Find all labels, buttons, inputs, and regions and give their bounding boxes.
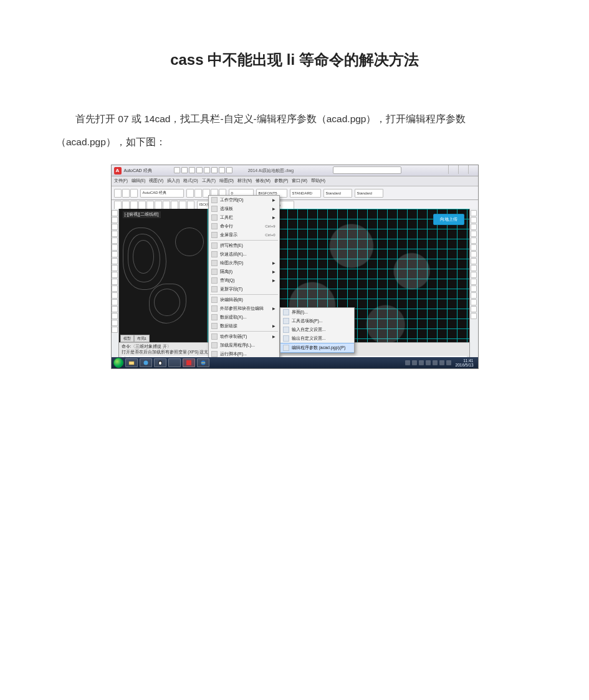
menu-item-label: 块编辑器(B) [220, 297, 243, 303]
svg-point-3 [159, 362, 161, 365]
menu-item-icon [211, 197, 218, 203]
taskbar-app-misc[interactable] [168, 358, 181, 367]
menu-item-label: 运行脚本(R)... [220, 351, 247, 357]
tools-menu-dropdown[interactable]: 工作空间(O)▶选项板▶工具栏▶命令行Ctrl+9全屏显示Ctrl+0拼写检查(… [208, 195, 280, 369]
svg-rect-0 [129, 362, 134, 365]
tray-icon[interactable] [433, 360, 438, 365]
menu-item[interactable]: 工具栏▶ [209, 213, 279, 222]
window-titlebar: A AutoCAD 经典 2014 AI原始地貌图.dwg [112, 165, 478, 176]
system-tray[interactable] [405, 360, 451, 365]
std-dropdown-1[interactable]: Standard [323, 189, 352, 198]
tray-icon[interactable] [419, 360, 424, 365]
submenu-item-icon [283, 345, 289, 351]
viewport-label: [-][俯视][二维线框] [123, 211, 161, 218]
autocad-logo-icon: A [114, 167, 122, 175]
menu-item-icon [211, 206, 218, 212]
submenu-item-icon [283, 335, 289, 342]
tray-icon[interactable] [412, 360, 417, 365]
menu-item-label: 快速选择(K)... [220, 251, 247, 257]
menu-item[interactable]: 数据提取(X)... [209, 313, 279, 322]
submenu-item-label: 编辑程序参数 (acad.pgp)(P) [292, 345, 346, 351]
menu-item-label: 全屏显示 [220, 232, 237, 238]
menu-item[interactable]: 命令行Ctrl+9 [209, 222, 279, 231]
svg-rect-4 [186, 360, 191, 365]
taskbar-app-explorer[interactable] [125, 358, 138, 367]
submenu-item-label: 输入自定义设置... [292, 327, 326, 333]
taskbar-app-ie[interactable] [197, 358, 209, 367]
menu-item[interactable]: 更新字段(T) [209, 285, 279, 294]
menu-item-icon [211, 297, 218, 303]
menu-item-label: 动作录制器(T) [220, 333, 247, 340]
submenu-item[interactable]: 输出自定义设置... [280, 334, 354, 343]
menu-item[interactable]: 外部参照和块在位编辑▶ [209, 304, 279, 313]
menu-item-icon [211, 351, 218, 357]
menu-item-icon [211, 277, 218, 284]
tray-icon[interactable] [446, 360, 451, 365]
cloud-upload-badge[interactable]: 向地上传 [433, 214, 464, 225]
submenu-item-label: 工具选项板(P)... [292, 318, 323, 324]
window-controls[interactable] [448, 165, 478, 174]
submenu-item[interactable]: 输入自定义设置... [280, 325, 354, 334]
tray-icon[interactable] [405, 360, 410, 365]
article-paragraph: 首先打开 07 或 14cad，找工具栏-自定义-编辑程序参数（acad.pgp… [56, 107, 533, 153]
menu-item[interactable]: 数据链接▶ [209, 322, 279, 330]
menu-item-icon [211, 251, 218, 257]
submenu-item-icon [283, 327, 289, 333]
submenu-item-label: 界面(I)... [292, 309, 308, 315]
quick-access-toolbar[interactable] [174, 167, 232, 175]
customize-submenu[interactable]: 界面(I)...工具选项板(P)...输入自定义设置...输出自定义设置...编… [280, 307, 355, 353]
submenu-item-label: 输出自定义设置... [292, 335, 326, 342]
tray-icon[interactable] [426, 360, 431, 365]
taskbar-app-qq[interactable] [154, 358, 166, 367]
menu-item[interactable]: 拼写检查(E) [209, 241, 279, 250]
std-dropdown-2[interactable]: Standard [355, 189, 383, 198]
tray-icon[interactable] [439, 360, 444, 365]
model-tab[interactable]: 模型 [120, 335, 134, 342]
left-tool-palette[interactable] [112, 209, 119, 357]
main-menubar[interactable]: 文件(F)编辑(E)视图(V)插入(I)格式(O)工具(T)绘图(D)标注(N)… [112, 176, 478, 186]
submenu-item-icon [283, 318, 289, 324]
standard-toolbar[interactable]: AutoCAD 经典 0 BIGFONT5 STANDARD Standard … [112, 186, 478, 200]
submenu-item-icon [283, 309, 289, 315]
menu-item-label: 工具栏 [220, 214, 233, 221]
layout-tab[interactable]: 布局1 [134, 335, 150, 342]
start-button[interactable] [113, 358, 123, 368]
menu-item[interactable]: 绘图次序(D)▶ [209, 259, 279, 267]
menu-item-label: 拼写检查(E) [220, 242, 243, 249]
menu-item-icon [211, 333, 218, 340]
submenu-item[interactable]: 编辑程序参数 (acad.pgp)(P) [280, 343, 354, 353]
menu-item[interactable]: 快速选择(K)... [209, 250, 279, 259]
menu-item-icon [211, 242, 218, 249]
menu-item[interactable]: 块编辑器(B) [209, 295, 279, 304]
dimstyle-dropdown[interactable]: STANDARD [290, 189, 321, 198]
menu-item-icon [211, 314, 218, 320]
submenu-item[interactable]: 界面(I)... [280, 308, 354, 317]
svg-point-1 [143, 361, 148, 365]
taskbar-app-autocad[interactable] [183, 358, 195, 367]
menu-item[interactable]: 加载应用程序(L)... [209, 341, 279, 350]
article-title: cass 中不能出现 li 等命令的解决方法 [56, 50, 533, 70]
model-layout-tabs[interactable]: 模型 布局1 [120, 335, 150, 342]
help-search-input[interactable] [333, 166, 401, 174]
window-title-text: AutoCAD 经典 [124, 168, 152, 174]
menu-item-icon [211, 269, 218, 275]
menu-item-label: 绘图次序(D) [220, 260, 244, 266]
taskbar-clock[interactable]: 11:41 2016/5/13 [453, 358, 476, 367]
menu-item[interactable]: 动作录制器(T)▶ [209, 332, 279, 341]
submenu-item[interactable]: 工具选项板(P)... [280, 317, 354, 325]
menu-item[interactable]: 工作空间(O)▶ [209, 196, 279, 204]
menu-item-icon [211, 342, 218, 348]
taskbar-app-browser[interactable] [140, 358, 152, 367]
menu-item[interactable]: 全屏显示Ctrl+0 [209, 231, 279, 239]
menu-item-label: 加载应用程序(L)... [220, 342, 255, 348]
right-tool-palette[interactable] [469, 209, 478, 357]
menu-item-icon [211, 232, 218, 238]
menu-item-icon [211, 223, 218, 229]
menu-item[interactable]: 查询(Q)▶ [209, 276, 279, 285]
menu-item[interactable]: 隔离(I)▶ [209, 267, 279, 276]
windows-taskbar[interactable]: 11:41 2016/5/13 [112, 357, 478, 368]
menu-item[interactable]: 选项板▶ [209, 204, 279, 213]
menu-item-label: 数据提取(X)... [220, 314, 247, 320]
menu-item-label: 工作空间(O) [220, 197, 244, 203]
workspace-dropdown[interactable]: AutoCAD 经典 [140, 189, 184, 198]
